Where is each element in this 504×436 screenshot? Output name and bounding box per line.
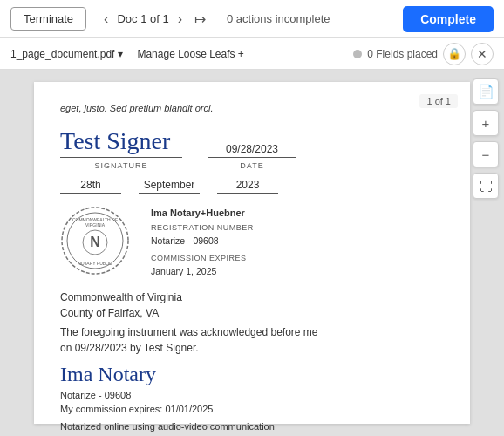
expand-button[interactable]: ⛶	[473, 173, 499, 199]
fields-dot-icon	[353, 50, 362, 58]
actions-incomplete-label: 0 actions incomplete	[227, 12, 330, 25]
commission-date: January 1, 2025	[151, 264, 254, 279]
state-line4: on 09/28/2023 by Test Signer.	[60, 342, 444, 354]
plus-icon: +	[482, 116, 490, 131]
notary-id: Notarize - 09608	[60, 390, 444, 400]
page-badge: 1 of 1	[419, 94, 458, 108]
file-name-label[interactable]: 1_page_document.pdf ▾	[10, 48, 123, 60]
date-label: DATE	[208, 161, 296, 170]
commission-expires-label: COMMISSION EXPIRES	[151, 252, 254, 264]
close-button[interactable]: ✕	[471, 43, 494, 65]
date-month: September	[139, 179, 200, 194]
date-year: 2023	[217, 179, 278, 194]
complete-button[interactable]: Complete	[403, 6, 494, 32]
notary-info-block: Ima Notary+Huebner REGISTRATION NUMBER N…	[151, 206, 254, 279]
signature-label: SIGNATURE	[60, 161, 182, 170]
side-panel: 📄 + − ⛶	[467, 70, 504, 436]
manage-loose-leafs-label[interactable]: Manage Loose Leafs +	[137, 48, 243, 60]
fields-placed-label: 0 Fields placed	[367, 48, 438, 60]
expand-icon: ⛶	[480, 179, 493, 194]
lock-icon: 🔒	[447, 47, 461, 60]
notary-name: Ima Notary+Huebner	[151, 206, 254, 221]
doc-navigation: ‹ Doc 1 of 1 › ↦	[100, 9, 209, 29]
file-dropdown-icon: ▾	[118, 48, 123, 60]
reg-number: Notarize - 09608	[151, 234, 254, 249]
file-name-text: 1_page_document.pdf	[10, 48, 114, 60]
last-doc-button[interactable]: ↦	[191, 9, 209, 29]
date-block: 09/28/2023 DATE	[208, 143, 296, 170]
terminate-button[interactable]: Terminate	[10, 7, 86, 31]
fields-placed-area: 0 Fields placed 🔒 ✕	[353, 43, 494, 65]
zoom-in-button[interactable]: +	[473, 110, 499, 136]
date-day: 28th	[60, 179, 121, 194]
signature-section: Test Signer SIGNATURE 09/28/2023 DATE	[60, 127, 444, 170]
close-icon: ✕	[477, 47, 487, 61]
date-words-section: 28th September 2023	[60, 179, 444, 194]
prev-doc-button[interactable]: ‹	[100, 10, 112, 29]
date-value: 09/28/2023	[208, 143, 296, 158]
zoom-out-button[interactable]: −	[473, 141, 499, 167]
online-notarized-text: Notarized online using audio-video commu…	[60, 421, 444, 432]
notary-seal: COMMONWEALTH OF VIRGINIA N NOTARY PUBLIC	[60, 206, 130, 276]
notary-section: COMMONWEALTH OF VIRGINIA N NOTARY PUBLIC…	[60, 206, 444, 279]
document-page: 1 of 1 eget, justo. Sed pretium blandit …	[34, 82, 470, 424]
next-doc-button[interactable]: ›	[174, 10, 186, 29]
doc-info-label: Doc 1 of 1	[117, 12, 168, 25]
state-line3: The foregoing instrument was acknowledge…	[60, 326, 444, 338]
intro-text: eget, justo. Sed pretium blandit orci.	[60, 103, 444, 113]
document-area: 1 of 1 eget, justo. Sed pretium blandit …	[0, 70, 504, 436]
state-line1: Commonwealth of Virginia	[60, 291, 444, 303]
reg-label: REGISTRATION NUMBER	[151, 221, 254, 234]
notary-signature: Ima Notary	[60, 363, 444, 386]
doc-icon: 📄	[478, 84, 494, 99]
top-toolbar: Terminate ‹ Doc 1 of 1 › ↦ 0 actions inc…	[0, 0, 504, 38]
minus-icon: −	[482, 147, 490, 162]
document-icon-button[interactable]: 📄	[473, 78, 499, 105]
commission-text: My commission expires: 01/01/2025	[60, 404, 444, 414]
second-toolbar: 1_page_document.pdf ▾ Manage Loose Leafs…	[0, 38, 504, 70]
state-acknowledgement: Commonwealth of Virginia County of Fairf…	[60, 291, 444, 354]
signature-value: Test Signer	[60, 127, 182, 158]
lock-button[interactable]: 🔒	[443, 43, 466, 65]
state-line2: County of Fairfax, VA	[60, 307, 444, 319]
signature-block: Test Signer SIGNATURE	[60, 127, 182, 170]
